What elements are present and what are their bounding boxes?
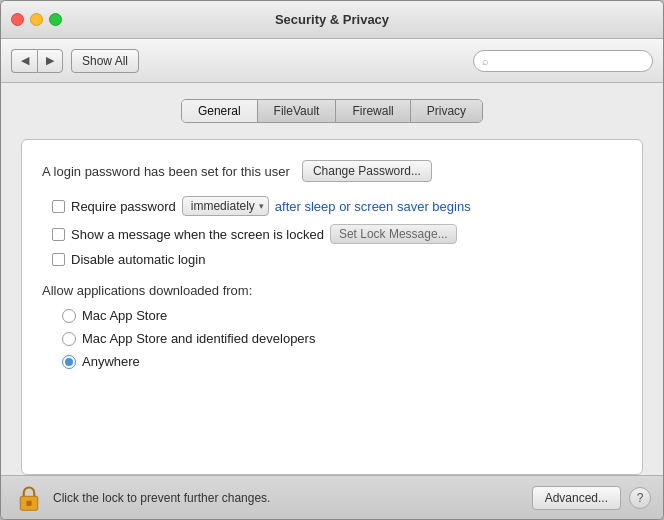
titlebar: Security & Privacy: [1, 1, 663, 39]
radio-label-anywhere: Anywhere: [82, 354, 140, 369]
radio-button-identified[interactable]: [62, 332, 76, 346]
maximize-button[interactable]: [49, 13, 62, 26]
tab-bar: General FileVault Firewall Privacy: [21, 99, 643, 123]
radio-button-anywhere[interactable]: [62, 355, 76, 369]
search-icon: ⌕: [482, 55, 489, 67]
radio-anywhere[interactable]: Anywhere: [62, 354, 622, 369]
radio-mac-app-store[interactable]: Mac App Store: [62, 308, 622, 323]
radio-label-mac-app-store: Mac App Store: [82, 308, 167, 323]
back-icon: ◀: [21, 54, 29, 67]
svg-rect-1: [26, 500, 31, 505]
tab-firewall[interactable]: Firewall: [336, 100, 410, 122]
login-password-text: A login password has been set for this u…: [42, 164, 290, 179]
disable-auto-login-row: Disable automatic login: [52, 252, 622, 267]
window: Security & Privacy ◀ ▶ Show All ⌕ Genera…: [0, 0, 664, 520]
disable-auto-login-label: Disable automatic login: [71, 252, 205, 267]
forward-icon: ▶: [46, 54, 54, 67]
require-password-dropdown[interactable]: immediately ▾: [182, 196, 269, 216]
login-password-row: A login password has been set for this u…: [42, 160, 622, 182]
allow-apps-section: Allow applications downloaded from: Mac …: [42, 283, 622, 369]
show-message-checkbox[interactable]: [52, 228, 65, 241]
toolbar: ◀ ▶ Show All ⌕: [1, 39, 663, 83]
dropdown-value: immediately: [191, 199, 255, 213]
traffic-lights: [11, 13, 62, 26]
require-password-checkbox[interactable]: [52, 200, 65, 213]
search-input[interactable]: [493, 54, 644, 68]
radio-options: Mac App Store Mac App Store and identifi…: [62, 308, 622, 369]
search-box: ⌕: [473, 50, 653, 72]
disable-auto-login-checkbox[interactable]: [52, 253, 65, 266]
radio-label-identified: Mac App Store and identified developers: [82, 331, 315, 346]
lock-text: Click the lock to prevent further change…: [53, 491, 524, 505]
show-all-button[interactable]: Show All: [71, 49, 139, 73]
show-message-row: Show a message when the screen is locked…: [52, 224, 622, 244]
content-area: General FileVault Firewall Privacy A log…: [1, 83, 663, 475]
minimize-button[interactable]: [30, 13, 43, 26]
footer: Click the lock to prevent further change…: [1, 475, 663, 519]
require-password-row: Require password immediately ▾ after sle…: [52, 196, 622, 216]
lock-button[interactable]: [13, 482, 45, 514]
help-button[interactable]: ?: [629, 487, 651, 509]
require-password-suffix: after sleep or screen saver begins: [275, 199, 471, 214]
back-button[interactable]: ◀: [11, 49, 37, 73]
show-message-label: Show a message when the screen is locked: [71, 227, 324, 242]
tab-filevault[interactable]: FileVault: [258, 100, 337, 122]
general-panel: A login password has been set for this u…: [21, 139, 643, 475]
window-title: Security & Privacy: [275, 12, 389, 27]
close-button[interactable]: [11, 13, 24, 26]
radio-button-mac-app-store[interactable]: [62, 309, 76, 323]
advanced-button[interactable]: Advanced...: [532, 486, 621, 510]
allow-apps-label: Allow applications downloaded from:: [42, 283, 622, 298]
set-lock-message-button[interactable]: Set Lock Message...: [330, 224, 457, 244]
require-password-label: Require password: [71, 199, 176, 214]
tab-general[interactable]: General: [182, 100, 258, 122]
change-password-button[interactable]: Change Password...: [302, 160, 432, 182]
dropdown-arrow-icon: ▾: [259, 201, 264, 211]
tab-group: General FileVault Firewall Privacy: [181, 99, 483, 123]
radio-mac-app-store-identified[interactable]: Mac App Store and identified developers: [62, 331, 622, 346]
options-section: Require password immediately ▾ after sle…: [52, 196, 622, 267]
nav-buttons: ◀ ▶: [11, 49, 63, 73]
tab-privacy[interactable]: Privacy: [411, 100, 482, 122]
lock-icon: [15, 484, 43, 512]
forward-button[interactable]: ▶: [37, 49, 63, 73]
